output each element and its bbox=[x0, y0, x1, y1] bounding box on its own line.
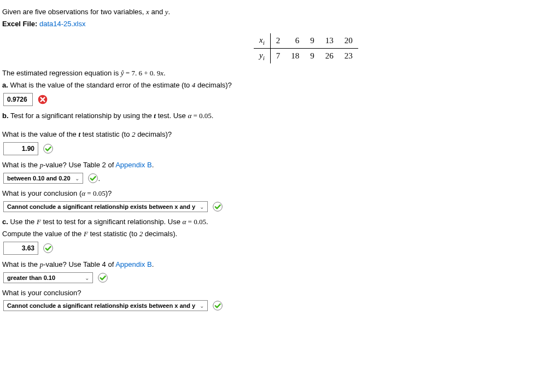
correct-icon bbox=[97, 272, 108, 283]
part-c-pval-question: What is the p-value? Use Table 4 of Appe… bbox=[2, 260, 558, 269]
regression-equation: The estimated regression equation is ŷ =… bbox=[2, 69, 558, 78]
correct-icon bbox=[43, 143, 54, 154]
correct-icon bbox=[212, 300, 223, 311]
appendix-b-link[interactable]: Appendix B bbox=[115, 161, 152, 169]
part-a-answer-input[interactable]: 0.9726 bbox=[3, 93, 33, 106]
correct-icon bbox=[212, 201, 223, 212]
part-c-fstat-question: Compute the value of the F test statisti… bbox=[2, 230, 558, 238]
intro-text: Given are five observations for two vari… bbox=[2, 8, 558, 16]
part-b-conclusion-select[interactable]: Cannot conclude a significant relationsh… bbox=[3, 201, 208, 212]
incorrect-icon bbox=[37, 94, 48, 105]
part-c-pval-select[interactable]: greater than 0.10⌄ bbox=[3, 272, 93, 283]
chevron-down-icon: ⌄ bbox=[85, 275, 89, 281]
part-b-pval-select[interactable]: between 0.10 and 0.20⌄ bbox=[3, 173, 83, 184]
chevron-down-icon: ⌄ bbox=[200, 204, 204, 210]
chevron-down-icon: ⌄ bbox=[75, 175, 79, 182]
part-b-prompt: b. Test for a significant relationship b… bbox=[2, 112, 558, 120]
part-b-pval-question: What is the p-value? Use Table 2 of Appe… bbox=[2, 161, 558, 169]
data-table: xi 2 6 9 13 20 yi 7 18 9 26 23 bbox=[254, 33, 358, 63]
excel-file-line: Excel File: data14-25.xlsx bbox=[2, 20, 558, 28]
correct-icon bbox=[43, 243, 54, 254]
correct-icon bbox=[88, 173, 98, 184]
part-c-conclusion-question: What is your conclusion? bbox=[2, 289, 558, 297]
part-c-conclusion-select[interactable]: Cannot conclude a significant relationsh… bbox=[3, 300, 208, 311]
part-a-prompt: a. What is the value of the standard err… bbox=[2, 81, 558, 90]
part-b-tstat-input[interactable]: 1.90 bbox=[3, 142, 38, 155]
part-c-prompt: c. Use the F test to test for a signific… bbox=[2, 218, 558, 226]
excel-file-link[interactable]: data14-25.xlsx bbox=[39, 20, 86, 28]
appendix-b-link[interactable]: Appendix B bbox=[115, 260, 152, 268]
chevron-down-icon: ⌄ bbox=[200, 303, 204, 309]
part-b-tstat-question: What is the value of the t test statisti… bbox=[2, 130, 558, 139]
part-b-conclusion-question: What is your conclusion (α = 0.05)? bbox=[2, 189, 558, 198]
part-c-fstat-input[interactable]: 3.63 bbox=[3, 242, 38, 255]
